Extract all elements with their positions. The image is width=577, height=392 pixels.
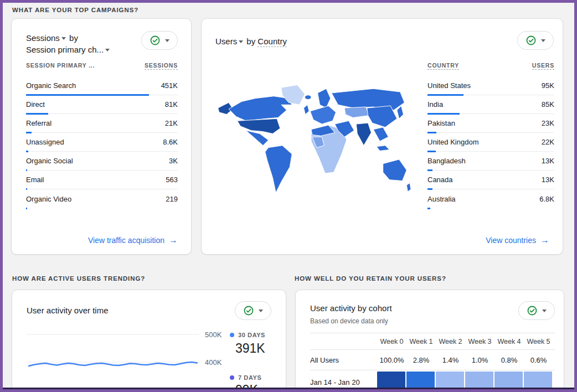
map-region-scandinavia (318, 89, 331, 108)
week-column-header: Week 4 (494, 338, 524, 345)
row-label: All Users (310, 356, 377, 364)
30-days-value: 391K (235, 341, 265, 356)
map-region-united-kingdom (303, 105, 309, 114)
row-value: 563 (166, 176, 178, 184)
legend-item-30-days[interactable]: 30 DAYS (230, 332, 265, 338)
valid-check-icon (243, 305, 254, 316)
campaigns-card: Sessions by Session primary ch... SESSIO… (11, 18, 192, 255)
active-users-series-line (29, 362, 197, 366)
metric-selector[interactable]: Sessions (26, 33, 60, 43)
map-region-central-asia (344, 107, 369, 117)
world-map[interactable] (213, 71, 411, 211)
activity-line-chart[interactable] (27, 332, 202, 375)
row-label: Organic Video (26, 195, 71, 203)
row-value: 21K (165, 119, 178, 127)
chevron-down-icon (541, 39, 545, 42)
map-region-iceland (305, 95, 311, 100)
map-region-india (356, 123, 371, 146)
view-traffic-acquisition-link[interactable]: View traffic acquisition → (88, 235, 178, 245)
map-region-south-america (265, 146, 292, 193)
row-value: 13K (542, 157, 554, 165)
column-headers: SESSION PRIMARY ... SESSIONS (26, 62, 178, 70)
chevron-down-icon (105, 49, 110, 51)
legend-label: 30 DAYS (238, 332, 265, 338)
chart-status-dropdown[interactable] (141, 31, 178, 50)
table-row[interactable]: India85K (427, 95, 554, 114)
row-label: Organic Search (26, 81, 76, 90)
dimension-selector[interactable]: Session primary ch... (26, 45, 104, 54)
chart-status-dropdown[interactable] (517, 31, 554, 50)
row-label: Jan 14 - Jan 20 (310, 372, 377, 386)
table-row[interactable]: Australia6.8K (427, 189, 554, 208)
legend-dot-icon (230, 333, 234, 337)
table-row[interactable]: Unassigned8.6K (26, 133, 178, 152)
cohort-heat-cell[interactable] (494, 372, 523, 389)
week-column-header: Week 5 (524, 338, 553, 345)
map-region-canada (229, 96, 292, 121)
map-region-europe (310, 106, 336, 124)
map-region-new-zealand (406, 183, 411, 191)
table-row[interactable]: Email563 (26, 171, 178, 189)
map-region-mexico (246, 131, 269, 146)
legend-item-7-days[interactable]: 7 DAYS (230, 374, 261, 381)
table-row[interactable]: United Kingdom22K (427, 133, 554, 152)
row-label: Organic Social (26, 157, 73, 165)
section-title-active-users: HOW ARE ACTIVE USERS TRENDING? (12, 275, 145, 282)
row-value: 23K (542, 119, 554, 127)
week-column-header: Week 1 (406, 338, 436, 345)
table-row[interactable]: Bangladesh13K (427, 152, 554, 171)
week-column-header: Week 0 (377, 338, 406, 345)
chart-status-dropdown[interactable] (518, 301, 555, 320)
metric-column-header[interactable]: USERS (532, 62, 554, 70)
row-label: United Kingdom (427, 138, 479, 146)
chevron-down-icon (61, 37, 66, 40)
legend-dot-icon (230, 375, 234, 380)
section-title-top-campaigns: WHAT ARE YOUR TOP CAMPAIGNS? (12, 7, 138, 13)
cohort-heat-cell[interactable] (377, 372, 405, 389)
row-label: Australia (427, 195, 456, 203)
dimension-column-header[interactable]: COUNTRY (427, 62, 459, 70)
table-row[interactable]: Organic Social3K (26, 152, 178, 171)
metric-column-header[interactable]: SESSIONS (145, 62, 178, 70)
week-column-header: Week 3 (465, 338, 494, 345)
cohort-heat-cell[interactable] (436, 372, 464, 389)
retention-percent: 0.8% (494, 356, 524, 364)
arrow-right-icon: → (169, 235, 178, 245)
valid-check-icon (527, 305, 538, 316)
week-column-header: Week 2 (436, 338, 465, 345)
cohort-header-row: Week 0Week 1Week 2Week 3Week 4Week 5 (310, 333, 555, 350)
retention-percent: 0.6% (524, 356, 553, 364)
metric-selector[interactable]: Users (215, 37, 237, 46)
table-row[interactable]: Canada13K (427, 171, 554, 189)
dimension-selector[interactable]: Country (257, 37, 287, 47)
row-label: Unassigned (26, 138, 64, 146)
countries-table: United States95KIndia85KPakistan23KUnite… (427, 76, 554, 208)
table-row[interactable]: Direct81K (26, 95, 178, 114)
table-row[interactable]: Organic Search451K (26, 76, 178, 95)
cohort-heat-cell[interactable] (406, 372, 435, 389)
legend-label: 7 DAYS (238, 374, 261, 381)
value-bar (427, 208, 430, 209)
cohort-heat-cell[interactable] (465, 372, 493, 389)
chevron-down-icon (259, 310, 263, 312)
row-value: 85K (542, 100, 554, 109)
row-label: Bangladesh (427, 157, 466, 165)
dimension-column-header[interactable]: SESSION PRIMARY ... (26, 62, 95, 70)
table-row[interactable]: Organic Video219 (26, 189, 178, 208)
countries-card: Users by Country (201, 18, 563, 255)
view-countries-link[interactable]: View countries → (486, 235, 549, 245)
table-row[interactable]: United States95K (427, 76, 554, 95)
retention-percent: 1.0% (465, 356, 494, 364)
card-subtitle: Based on device data only (310, 317, 388, 325)
row-label: United States (427, 81, 471, 90)
cohort-table: Week 0Week 1Week 2Week 3Week 4Week 5 All… (310, 333, 555, 389)
row-label: India (427, 100, 443, 109)
map-region-australia (383, 159, 407, 181)
chart-status-dropdown[interactable] (235, 301, 271, 320)
table-row[interactable]: Pakistan23K (427, 114, 554, 133)
table-row[interactable]: Referral21K (26, 114, 178, 133)
chevron-down-icon (165, 39, 169, 42)
card-title: User activity over time (27, 305, 109, 316)
retention-percent: 1.4% (436, 356, 465, 364)
cohort-heat-cell[interactable] (524, 372, 552, 389)
